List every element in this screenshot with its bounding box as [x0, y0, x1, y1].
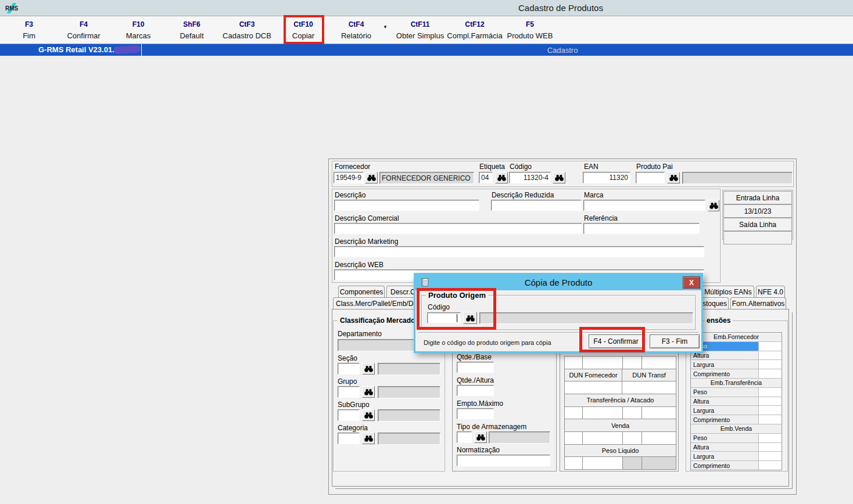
- tipo-armazenagem-search-button[interactable]: [474, 431, 487, 443]
- descricao-field[interactable]: [334, 200, 479, 211]
- etiqueta-field[interactable]: 04: [479, 172, 493, 183]
- dun-cell[interactable]: [582, 407, 622, 419]
- categoria-search-button[interactable]: [362, 433, 375, 444]
- secao-search-button[interactable]: [362, 363, 375, 375]
- dun-cell-disabled: [641, 457, 676, 469]
- dun-cell[interactable]: [641, 407, 676, 419]
- dun-cell[interactable]: [565, 381, 622, 394]
- dim-value-cell[interactable]: [759, 443, 782, 452]
- binoculars-icon: [364, 388, 373, 395]
- toolbar-f3-fim[interactable]: Fim: [6, 31, 52, 40]
- tab-componentes[interactable]: Componentes: [338, 286, 385, 298]
- subgrupo-field[interactable]: [338, 409, 360, 421]
- toolbar-ctf12-compl-farmacia[interactable]: Compl.Farmácia: [447, 31, 503, 40]
- produto-pai-field[interactable]: [636, 172, 665, 183]
- subgrupo-search-button[interactable]: [362, 409, 375, 421]
- dun-cell[interactable]: [622, 357, 641, 369]
- tipo-armazenagem-field[interactable]: [457, 431, 472, 443]
- codigo-field[interactable]: 11320-4: [509, 172, 551, 183]
- fornecedor-search-button[interactable]: [365, 172, 378, 183]
- toolbar-ctf3-key[interactable]: CtF3: [217, 20, 277, 28]
- toolbar-f10-key[interactable]: F10: [114, 20, 163, 28]
- dun-cell[interactable]: [565, 432, 582, 444]
- dun-cell[interactable]: [582, 432, 622, 444]
- dim-value-cell[interactable]: [759, 360, 782, 369]
- descricao-reduzida-field[interactable]: [491, 200, 582, 211]
- categoria-field[interactable]: [338, 433, 360, 444]
- ean-field[interactable]: 11320: [583, 172, 630, 183]
- toolbar-ctf11-key[interactable]: CtF11: [393, 20, 447, 28]
- dim-value-cell[interactable]: [759, 434, 782, 442]
- secao-field[interactable]: [338, 363, 360, 375]
- descricao-marketing-field[interactable]: [334, 246, 704, 257]
- annotation-box-produto-origem: [417, 288, 496, 330]
- toolbar-f5-produto-web[interactable]: Produto WEB: [503, 31, 557, 40]
- dun-cell[interactable]: [582, 357, 622, 369]
- etiqueta-search-button[interactable]: [495, 172, 508, 183]
- normatizacao-label: Normatização: [457, 446, 500, 454]
- toolbar-shf6-key[interactable]: ShF6: [167, 20, 216, 28]
- tab-estoques[interactable]: stoques: [701, 297, 729, 309]
- qtde-base-field[interactable]: [457, 362, 494, 373]
- toolbar-ctf4-relatorio[interactable]: Relatório: [332, 31, 380, 40]
- toolbar-f3-key[interactable]: F3: [6, 20, 52, 28]
- f3-fim-button[interactable]: F3 - Fim: [650, 334, 700, 348]
- dim-value-cell[interactable]: [759, 342, 782, 351]
- dun-cell[interactable]: [641, 357, 676, 369]
- relatorio-dropdown-arrow-icon[interactable]: ▼: [383, 24, 388, 30]
- descricao-comercial-field[interactable]: [334, 223, 582, 234]
- tab-forn-alternativos[interactable]: Forn.Alternativos: [730, 297, 786, 309]
- dun-cell[interactable]: [565, 357, 582, 369]
- dun-table: DUN Fornecedor DUN Transf Transferência …: [564, 356, 676, 470]
- grupo-field[interactable]: [338, 386, 360, 398]
- tab-class-merc-pallet-emb-dimen[interactable]: Class.Merc/Pallet/Emb/Dimen: [333, 297, 415, 309]
- tab-descr-complementar[interactable]: Descr.Co: [386, 286, 417, 298]
- toolbar-f5-key[interactable]: F5: [503, 20, 557, 28]
- dim-value-cell[interactable]: [759, 397, 782, 406]
- dun-cell[interactable]: [622, 407, 641, 419]
- window-titlebar: RMS Cadastro de Produtos: [0, 0, 853, 16]
- toolbar-ctf3-cadastro-dcb[interactable]: Cadastro DCB: [217, 31, 277, 40]
- dim-value-cell[interactable]: [759, 415, 782, 424]
- produto-pai-search-button[interactable]: [667, 172, 680, 183]
- grupo-search-button[interactable]: [362, 386, 375, 398]
- marca-search-button[interactable]: [708, 200, 719, 211]
- saida-linha-date: [723, 231, 792, 244]
- fornecedor-code-field[interactable]: 19549-9: [334, 172, 364, 183]
- toolbar-ctf11-obter-simplus[interactable]: Obter Simplus: [393, 31, 447, 40]
- dim-value-cell[interactable]: [759, 369, 782, 378]
- normatizacao-field[interactable]: [457, 455, 550, 466]
- tab-nfe-40[interactable]: NFE 4.0: [756, 286, 785, 298]
- departamento-label: Departamento: [338, 330, 382, 338]
- tipo-armazenagem-name-field: [489, 431, 550, 444]
- empto-maximo-field[interactable]: [457, 408, 494, 419]
- dun-cell[interactable]: [622, 432, 641, 444]
- toolbar-f10-marcas[interactable]: Marcas: [114, 31, 163, 40]
- dun-cell[interactable]: [641, 432, 676, 444]
- dun-cell[interactable]: [582, 457, 622, 469]
- dim-value-cell[interactable]: [759, 388, 782, 397]
- toolbar-shf6-default[interactable]: Default: [167, 31, 216, 40]
- marca-label: Marca: [584, 191, 603, 199]
- descricao-web-label: Descrição WEB: [335, 261, 384, 269]
- dim-value-cell[interactable]: [759, 461, 782, 470]
- dim-value-cell[interactable]: [759, 351, 782, 360]
- toolbar-f4-confirmar[interactable]: Confirmar: [58, 31, 109, 40]
- dialog-close-button[interactable]: X: [683, 276, 700, 289]
- app-statusbar: G-RMS Retail V23.01.039 Cadastro: [0, 44, 853, 56]
- codigo-search-button[interactable]: [553, 172, 565, 183]
- dun-cell[interactable]: [565, 407, 582, 419]
- toolbar-f4-key[interactable]: F4: [58, 20, 109, 28]
- dun-cell[interactable]: [622, 381, 676, 394]
- toolbar-ctf4-key[interactable]: CtF4: [332, 20, 380, 28]
- tab-multiplos-eans[interactable]: Múltiplos EANs: [702, 286, 754, 298]
- window-title: Cadastro de Produtos: [476, 3, 645, 13]
- qtde-altura-field[interactable]: [457, 385, 494, 396]
- binoculars-icon: [497, 174, 506, 181]
- referencia-field[interactable]: [583, 223, 700, 234]
- dun-cell[interactable]: [565, 457, 582, 469]
- marca-field[interactable]: [583, 200, 705, 211]
- dim-value-cell[interactable]: [759, 406, 782, 415]
- dim-value-cell[interactable]: [759, 452, 782, 460]
- toolbar-ctf12-key[interactable]: CtF12: [447, 20, 503, 28]
